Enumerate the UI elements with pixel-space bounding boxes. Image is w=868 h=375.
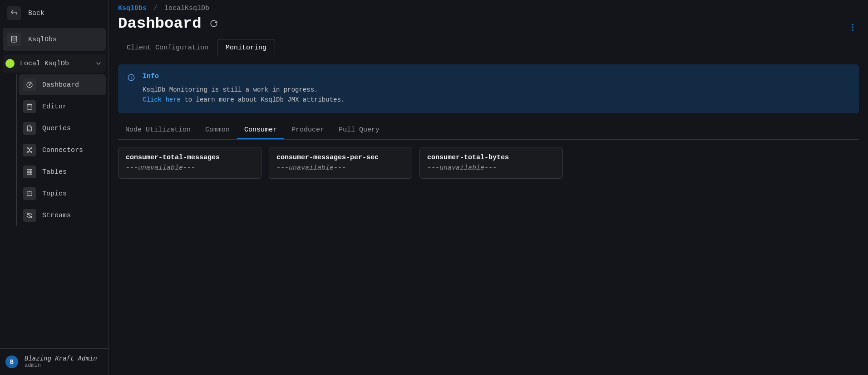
user-profile[interactable]: B Blazing Kraft Admin admin <box>0 348 108 375</box>
sidebar-item-connectors[interactable]: Connectors <box>19 140 106 161</box>
sidebar-item-tables[interactable]: Tables <box>19 161 106 182</box>
stream-icon <box>23 209 36 222</box>
table-icon <box>23 166 36 178</box>
svg-point-20 <box>852 29 853 30</box>
info-alert: Info KsqlDb Monitoring is still a work i… <box>118 64 859 113</box>
back-icon <box>7 6 21 20</box>
user-role: admin <box>25 362 97 369</box>
chevron-down-icon <box>95 60 102 67</box>
sidebar-item-label: Connectors <box>42 146 83 154</box>
sql-file-icon: SQL <box>23 122 36 135</box>
sidebar-subnav: Dashboard Editor SQL Queries Connectors <box>16 74 106 226</box>
card-title: consumer-total-bytes <box>427 154 555 161</box>
svg-point-18 <box>852 24 853 25</box>
folder-icon <box>23 187 36 200</box>
sidebar-item-label: Dashboard <box>42 81 79 89</box>
sidebar-ksqldbs-label: KsqlDbs <box>28 36 57 44</box>
card-consumer-total-bytes: consumer-total-bytes ---unavailable--- <box>419 147 563 179</box>
svg-rect-12 <box>27 170 32 175</box>
sidebar-item-streams[interactable]: Streams <box>19 205 106 226</box>
svg-rect-3 <box>27 104 32 109</box>
subtab-consumer[interactable]: Consumer <box>237 122 284 139</box>
breadcrumb-current: localKsqlDb <box>164 5 209 12</box>
svg-point-0 <box>11 36 17 39</box>
svg-text:SQL: SQL <box>28 129 31 131</box>
page-title-row: Dashboard <box>118 15 859 32</box>
connectors-icon <box>23 144 36 156</box>
sidebar-item-label: Topics <box>42 190 67 198</box>
info-line2-suffix: to learn more about KsqlDb JMX attribute… <box>181 96 345 103</box>
card-value: ---unavailable--- <box>126 164 254 172</box>
page-title: Dashboard <box>118 15 202 32</box>
gauge-icon <box>23 78 36 91</box>
dots-vertical-icon <box>848 23 857 32</box>
svg-point-19 <box>852 26 853 28</box>
subtab-node-utilization[interactable]: Node Utilization <box>118 122 198 139</box>
card-value: ---unavailable--- <box>276 164 404 172</box>
back-label: Back <box>28 10 44 17</box>
info-line1: KsqlDb Monitoring is still a work in pro… <box>143 86 318 93</box>
info-text: KsqlDb Monitoring is still a work in pro… <box>143 85 345 105</box>
breadcrumb-separator: / <box>153 5 158 12</box>
status-dot-icon <box>5 59 15 68</box>
avatar: B <box>5 356 18 368</box>
sidebar-local-label: Local KsqlDb <box>20 60 89 68</box>
sidebar-item-topics[interactable]: Topics <box>19 183 106 204</box>
calendar-icon <box>23 100 36 113</box>
sidebar-item-label: Queries <box>42 125 71 132</box>
svg-point-2 <box>29 84 30 85</box>
subtab-pull-query[interactable]: Pull Query <box>331 122 387 139</box>
subtab-common[interactable]: Common <box>198 122 237 139</box>
card-consumer-total-messages: consumer-total-messages ---unavailable--… <box>118 147 261 179</box>
info-title: Info <box>143 73 345 80</box>
info-content: Info KsqlDb Monitoring is still a work i… <box>143 73 345 105</box>
more-button[interactable] <box>848 23 857 32</box>
card-title: consumer-messages-per-sec <box>276 154 404 161</box>
sidebar-item-label: Tables <box>42 168 67 176</box>
sidebar-item-label: Editor <box>42 103 67 111</box>
sidebar-item-editor[interactable]: Editor <box>19 96 106 117</box>
info-link[interactable]: Click here <box>143 96 181 103</box>
subtab-producer[interactable]: Producer <box>284 122 331 139</box>
sidebar-item-label: Streams <box>42 212 71 219</box>
user-name: Blazing Kraft Admin <box>25 355 97 362</box>
tab-client-configuration[interactable]: Client Configuration <box>118 39 217 56</box>
sidebar-item-queries[interactable]: SQL Queries <box>19 118 106 139</box>
breadcrumb: KsqlDbs / localKsqlDb <box>118 5 859 12</box>
refresh-button[interactable] <box>210 19 218 28</box>
sidebar: Back KsqlDbs Local KsqlDb Dashboard <box>0 0 109 375</box>
sub-tabs: Node Utilization Common Consumer Produce… <box>118 122 859 140</box>
metric-cards: consumer-total-messages ---unavailable--… <box>118 147 859 179</box>
card-title: consumer-total-messages <box>126 154 254 161</box>
sidebar-item-ksqldbs[interactable]: KsqlDbs <box>3 28 106 51</box>
sidebar-nav: Back KsqlDbs Local KsqlDb Dashboard <box>0 0 108 348</box>
breadcrumb-link-ksqldbs[interactable]: KsqlDbs <box>118 5 147 12</box>
top-tabs: Client Configuration Monitoring <box>118 39 859 56</box>
main-content: KsqlDbs / localKsqlDb Dashboard Client C… <box>109 0 868 375</box>
database-icon <box>7 33 21 46</box>
refresh-icon <box>210 19 218 28</box>
user-info: Blazing Kraft Admin admin <box>25 355 97 369</box>
info-icon <box>127 73 135 105</box>
tab-monitoring[interactable]: Monitoring <box>217 39 275 56</box>
sidebar-item-local-ksqldb[interactable]: Local KsqlDb <box>3 54 106 73</box>
sidebar-item-dashboard[interactable]: Dashboard <box>19 74 106 95</box>
card-consumer-messages-per-sec: consumer-messages-per-sec ---unavailable… <box>269 147 412 179</box>
card-value: ---unavailable--- <box>427 164 555 172</box>
back-button[interactable]: Back <box>3 3 106 24</box>
